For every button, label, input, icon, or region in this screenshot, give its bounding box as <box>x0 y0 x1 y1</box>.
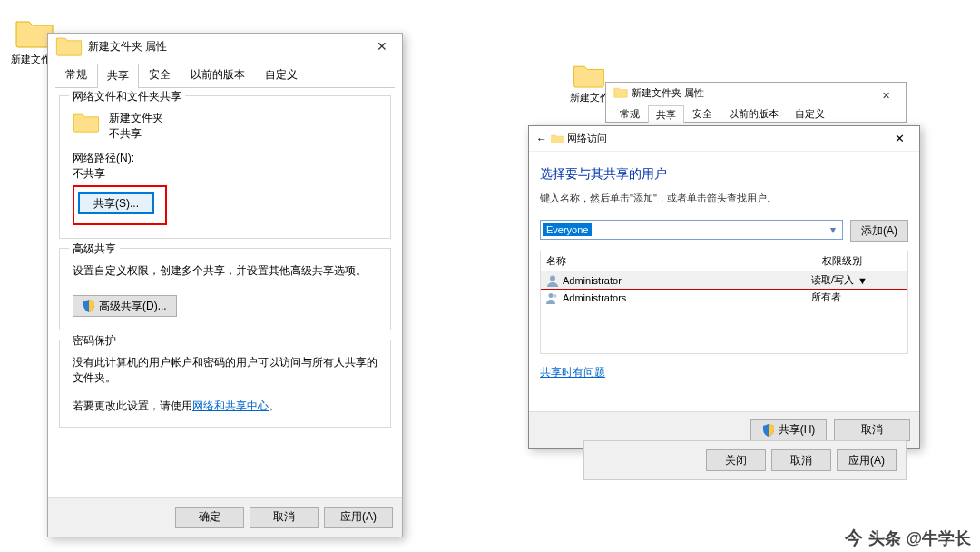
sharing-help-link[interactable]: 共享时有问题 <box>540 366 605 379</box>
network-path-value: 不共享 <box>73 166 377 182</box>
svg-point-2 <box>554 294 557 298</box>
folder-icon <box>551 133 564 144</box>
network-path-label: 网络路径(N): <box>73 151 377 166</box>
titlebar[interactable]: 新建文件夹 属性 ✕ <box>606 83 906 103</box>
network-file-sharing-group: 网络文件和文件夹共享 新建文件夹 不共享 网络路径(N): 不共享 共享(S).… <box>59 95 391 239</box>
cancel-button[interactable]: 取消 <box>771 449 831 471</box>
tab-sharing[interactable]: 共享 <box>648 105 684 123</box>
tabs: 常规 共享 安全 以前的版本 自定义 <box>55 63 395 88</box>
share-heading: 选择要与其共享的用户 <box>540 166 908 182</box>
tab-previous-versions[interactable]: 以前的版本 <box>181 63 255 87</box>
group-icon <box>546 291 559 304</box>
tab-previous-versions[interactable]: 以前的版本 <box>720 104 787 123</box>
user-name: Administrator <box>563 275 811 286</box>
close-icon[interactable]: ✕ <box>366 35 398 57</box>
table-row[interactable]: Administrators 所有者 <box>541 289 907 306</box>
password-protection-group: 密码保护 没有此计算机的用户帐户和密码的用户可以访问与所有人共享的文件夹。 若要… <box>59 340 391 428</box>
properties-dialog: 新建文件夹 属性 ✕ 常规 共享 安全 以前的版本 自定义 网络文件和文件夹共享… <box>47 33 403 537</box>
dialog-title: 新建文件夹 属性 <box>632 86 704 100</box>
permission-value: 所有者 <box>811 291 902 304</box>
ok-button[interactable]: 确定 <box>175 507 244 528</box>
user-name: Administrators <box>563 292 811 303</box>
shield-icon <box>83 300 95 312</box>
cancel-button[interactable]: 取消 <box>834 419 910 441</box>
svg-point-1 <box>549 293 554 298</box>
user-table-header: 名称 权限级别 <box>540 251 908 271</box>
group-title: 网络文件和文件夹共享 <box>69 89 185 104</box>
properties-footer-bar: 关闭 取消 应用(A) <box>583 440 906 480</box>
cancel-button[interactable]: 取消 <box>250 507 318 528</box>
password-change-prefix: 若要更改此设置，请使用 <box>73 399 192 412</box>
shield-icon <box>762 424 775 437</box>
user-icon <box>546 274 559 287</box>
toutiao-icon: 今 <box>845 526 863 550</box>
desktop-folder-label-1: 新建文作 <box>11 53 51 66</box>
group-title: 密码保护 <box>69 333 120 349</box>
col-name: 名称 <box>541 251 817 271</box>
tab-security[interactable]: 安全 <box>684 104 720 123</box>
tab-security[interactable]: 安全 <box>139 63 181 87</box>
tabs: 常规 共享 安全 以前的版本 自定义 <box>612 104 900 123</box>
tab-sharing[interactable]: 共享 <box>97 64 139 88</box>
combo-selected-value: Everyone <box>543 223 592 236</box>
tab-general[interactable]: 常规 <box>612 104 648 123</box>
advanced-sharing-button[interactable]: 高级共享(D)... <box>73 295 177 317</box>
table-row[interactable]: Administrator 读取/写入 ▼ <box>540 271 908 290</box>
advanced-desc: 设置自定义权限，创建多个共享，并设置其他高级共享选项。 <box>73 263 377 279</box>
tab-general[interactable]: 常规 <box>55 63 97 87</box>
apply-button[interactable]: 应用(A) <box>837 449 897 471</box>
share-button[interactable]: 共享(H) <box>750 419 827 441</box>
dialog-title: 新建文件夹 属性 <box>88 39 167 54</box>
desktop-folder-icon-2[interactable] <box>573 62 605 89</box>
share-status: 不共享 <box>109 126 163 142</box>
add-button[interactable]: 添加(A) <box>850 220 908 242</box>
password-desc: 没有此计算机的用户帐户和密码的用户可以访问与所有人共享的文件夹。 <box>73 355 377 386</box>
folder-icon <box>73 111 100 134</box>
network-sharing-center-link[interactable]: 网络和共享中心 <box>192 399 269 412</box>
apply-button[interactable]: 应用(A) <box>324 507 393 528</box>
folder-icon <box>613 86 628 99</box>
advanced-sharing-group: 高级共享 设置自定义权限，创建多个共享，并设置其他高级共享选项。 高级共享(D)… <box>59 248 391 330</box>
close-button[interactable]: 关闭 <box>706 449 766 471</box>
password-change-suffix: 。 <box>269 399 279 412</box>
svg-point-0 <box>550 275 555 281</box>
desktop-folder-label-2: 新建文作 <box>570 91 610 104</box>
watermark: 今 头条 @牛学长 <box>845 526 971 550</box>
properties-dialog-mini: 新建文件夹 属性 ✕ 常规 共享 安全 以前的版本 自定义 <box>605 82 906 123</box>
chevron-down-icon[interactable]: ▾ <box>826 222 840 237</box>
highlight-box: 共享(S)... <box>73 185 167 225</box>
user-list: Administrator 读取/写入 ▼ Administrators 所有者 <box>540 271 908 354</box>
permission-dropdown[interactable]: 读取/写入 ▼ <box>811 273 902 287</box>
chevron-down-icon: ▼ <box>858 275 867 286</box>
back-icon[interactable]: ← <box>536 133 547 145</box>
share-button[interactable]: 共享(S)... <box>78 192 154 214</box>
col-permission: 权限级别 <box>817 251 907 271</box>
breadcrumb: 网络访问 <box>567 132 607 145</box>
file-sharing-dialog: ← 网络访问 ✕ 选择要与其共享的用户 键入名称，然后单击"添加"，或者单击箭头… <box>528 125 920 448</box>
dialog-footer: 确定 取消 应用(A) <box>48 497 402 537</box>
folder-icon <box>55 34 83 58</box>
close-icon[interactable]: ✕ <box>883 128 916 148</box>
tab-customize[interactable]: 自定义 <box>255 63 308 87</box>
share-hint: 键入名称，然后单击"添加"，或者单击箭头查找用户。 <box>540 192 908 205</box>
user-combobox[interactable]: Everyone ▾ <box>540 220 843 240</box>
folder-name: 新建文件夹 <box>109 111 163 126</box>
close-icon[interactable]: ✕ <box>869 84 902 106</box>
titlebar[interactable]: 新建文件夹 属性 ✕ <box>48 34 402 59</box>
breadcrumb-bar: ← 网络访问 ✕ <box>529 126 919 152</box>
tab-customize[interactable]: 自定义 <box>787 104 833 123</box>
group-title: 高级共享 <box>69 242 120 257</box>
